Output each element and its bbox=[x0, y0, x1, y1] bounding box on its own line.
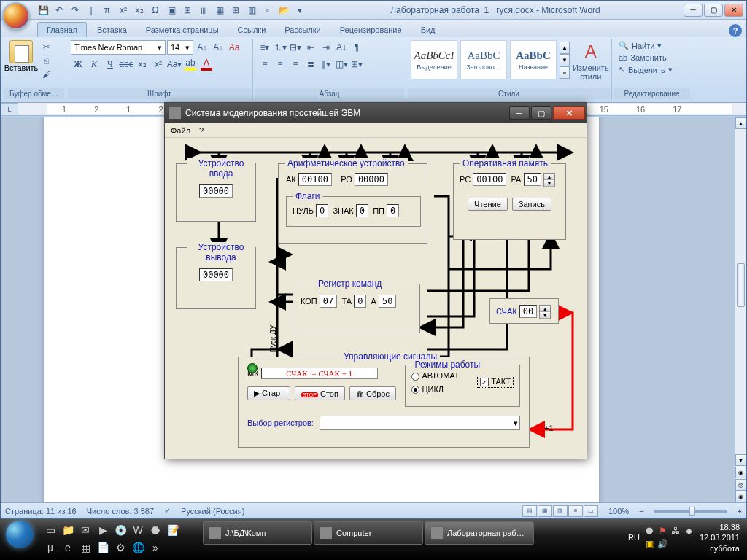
subscript-button[interactable]: x₂ bbox=[135, 57, 150, 71]
line-spacing-icon[interactable]: ‖▾ bbox=[319, 57, 333, 71]
evm-titlebar[interactable]: Система моделирования простейшей ЭВМ ─ ▢… bbox=[165, 103, 587, 123]
vertical-scrollbar[interactable]: ▲ ▼ ◉ ◎ ◉ bbox=[735, 117, 746, 502]
takt-checkbox[interactable]: ✓ТАКТ bbox=[477, 376, 514, 388]
tab-review[interactable]: Рецензирование bbox=[331, 23, 411, 37]
scroll-down-icon[interactable]: ▼ bbox=[735, 454, 746, 466]
ql-calc-icon[interactable]: ▦ bbox=[77, 540, 93, 556]
scroll-thumb[interactable] bbox=[737, 263, 745, 307]
font-size-select[interactable]: 14 ▾ bbox=[167, 40, 193, 55]
tray-lang[interactable]: RU bbox=[628, 533, 640, 542]
font-name-select[interactable]: Times New Roman ▾ bbox=[71, 40, 166, 55]
taskbar-item[interactable]: Computer bbox=[314, 521, 423, 545]
ql-notes-icon[interactable]: 📝 bbox=[165, 522, 181, 538]
evm-maximize-button[interactable]: ▢ bbox=[531, 106, 551, 120]
status-lang[interactable]: Русский (Россия) bbox=[181, 507, 244, 516]
borders-icon[interactable]: ⊞▾ bbox=[349, 57, 364, 71]
tab-insert[interactable]: Вставка bbox=[88, 23, 136, 37]
ql-pdf-icon[interactable]: 📄 bbox=[95, 540, 111, 556]
tray-flag-icon[interactable]: ⚑ bbox=[657, 526, 668, 537]
kop-value[interactable]: 07 bbox=[320, 295, 337, 308]
clear-format-icon[interactable]: Aa bbox=[227, 40, 241, 55]
tab-layout[interactable]: Разметка страницы bbox=[137, 23, 228, 37]
qat-new-icon[interactable]: ▫ bbox=[260, 3, 275, 18]
close-button[interactable]: ✕ bbox=[724, 4, 743, 17]
tray-clock[interactable]: 18:38 12.03.2011 суббота bbox=[700, 522, 740, 553]
change-case-button[interactable]: Aa▾ bbox=[167, 57, 182, 71]
zoom-out-button[interactable]: − bbox=[639, 507, 643, 516]
spin-down-icon[interactable]: ▼ bbox=[540, 312, 550, 319]
numbering-icon[interactable]: ⒈▾ bbox=[273, 40, 287, 55]
evm-minimize-button[interactable]: ─ bbox=[509, 106, 530, 120]
status-page[interactable]: Страница: 11 из 16 bbox=[5, 507, 77, 516]
font-color-button[interactable]: A bbox=[199, 57, 214, 71]
ak-value[interactable]: 00100 bbox=[298, 173, 332, 186]
qat-table-icon[interactable]: ⊞ bbox=[228, 3, 243, 18]
redo-icon[interactable]: ↷ bbox=[68, 3, 82, 18]
qat-super-icon[interactable]: x² bbox=[116, 3, 131, 18]
rs-value[interactable]: 00100 bbox=[473, 173, 506, 186]
spin-down-icon[interactable]: ▼ bbox=[544, 180, 554, 187]
superscript-button[interactable]: x² bbox=[151, 57, 166, 71]
spin-up-icon[interactable]: ▲ bbox=[544, 174, 554, 180]
qat-symbol-icon[interactable]: Ω bbox=[148, 3, 163, 18]
underline-button[interactable]: Ч bbox=[103, 57, 117, 71]
ql-net-icon[interactable]: 🌐 bbox=[130, 540, 146, 556]
evm-menu-help[interactable]: ? bbox=[199, 126, 204, 135]
office-button[interactable] bbox=[2, 2, 30, 30]
align-left-icon[interactable]: ≡ bbox=[258, 57, 272, 71]
ra-spinner[interactable]: ▲▼ bbox=[543, 173, 555, 187]
tray-shield-icon[interactable]: ⬣ bbox=[644, 526, 655, 537]
tray-net-icon[interactable]: 🖧 bbox=[670, 526, 681, 537]
select-button[interactable]: ↖Выделить ▾ bbox=[616, 64, 687, 75]
ql-desktop-icon[interactable]: ▭ bbox=[42, 522, 58, 538]
tray-app1-icon[interactable]: ◆ bbox=[684, 526, 694, 537]
ql-disc-icon[interactable]: 💿 bbox=[112, 522, 128, 538]
style-down-icon[interactable]: ▼ bbox=[560, 54, 570, 66]
bullets-icon[interactable]: ≡▾ bbox=[258, 40, 272, 55]
ql-torrent-icon[interactable]: µ bbox=[42, 540, 58, 556]
align-right-icon[interactable]: ≡ bbox=[288, 57, 303, 71]
tab-home[interactable]: Главная bbox=[37, 22, 87, 37]
minimize-button[interactable]: ─ bbox=[684, 4, 703, 17]
style-item[interactable]: AaBbCcIВыделение bbox=[411, 40, 457, 79]
justify-icon[interactable]: ≣ bbox=[303, 57, 318, 71]
schak-spinner[interactable]: ▲▼ bbox=[539, 305, 551, 319]
tab-mail[interactable]: Рассылки bbox=[276, 23, 329, 37]
start-button[interactable] bbox=[0, 519, 39, 548]
align-center-icon[interactable]: ≡ bbox=[273, 57, 287, 71]
qat-open-icon[interactable]: 📂 bbox=[276, 3, 291, 18]
status-words[interactable]: Число слов: 3 587 bbox=[87, 507, 154, 516]
maximize-button[interactable]: ▢ bbox=[704, 4, 723, 17]
multilevel-icon[interactable]: ⊟▾ bbox=[288, 40, 303, 55]
qat-book-icon[interactable]: ▣ bbox=[164, 3, 179, 18]
style-up-icon[interactable]: ▲ bbox=[560, 42, 570, 54]
schak-value[interactable]: 00 bbox=[519, 305, 537, 318]
rvv-value[interactable]: 00000 bbox=[199, 184, 233, 198]
copy-icon[interactable]: ⎘ bbox=[39, 54, 53, 67]
a-value[interactable]: 50 bbox=[379, 295, 396, 308]
paste-button[interactable]: Вставить bbox=[7, 40, 36, 72]
view-print-icon[interactable]: ▤ bbox=[522, 505, 537, 517]
taskbar-item[interactable]: Лабораторная раб… bbox=[425, 521, 534, 545]
ql-dev-icon[interactable]: ⚙ bbox=[112, 540, 128, 556]
sort-icon[interactable]: A↓ bbox=[334, 40, 349, 55]
browse-prev-icon[interactable]: ◉ bbox=[735, 467, 746, 478]
shrink-font-icon[interactable]: A↓ bbox=[211, 40, 225, 55]
grow-font-icon[interactable]: A↑ bbox=[195, 40, 209, 55]
style-more-icon[interactable]: ≡ bbox=[560, 66, 570, 79]
qat-col-icon[interactable]: ⫼ bbox=[196, 3, 211, 18]
ta-value[interactable]: 0 bbox=[354, 295, 366, 308]
pp-value[interactable]: 0 bbox=[387, 204, 399, 217]
status-proof-icon[interactable]: ✓ bbox=[164, 506, 171, 516]
zoom-in-button[interactable]: + bbox=[738, 507, 742, 516]
ro-value[interactable]: 00000 bbox=[355, 173, 388, 186]
tray-app2-icon[interactable]: ▣ bbox=[644, 539, 655, 550]
cut-icon[interactable]: ✂ bbox=[39, 40, 53, 53]
ql-mail-icon[interactable]: ✉ bbox=[77, 522, 93, 538]
qat-pic-icon[interactable]: ▦ bbox=[212, 3, 227, 18]
qat-draw-icon[interactable]: ▥ bbox=[244, 3, 259, 18]
bold-button[interactable]: Ж bbox=[71, 57, 85, 71]
zoom-thumb[interactable] bbox=[689, 507, 695, 516]
start-button[interactable]: ▶ Старт bbox=[247, 386, 290, 400]
scroll-up-icon[interactable]: ▲ bbox=[735, 117, 746, 129]
